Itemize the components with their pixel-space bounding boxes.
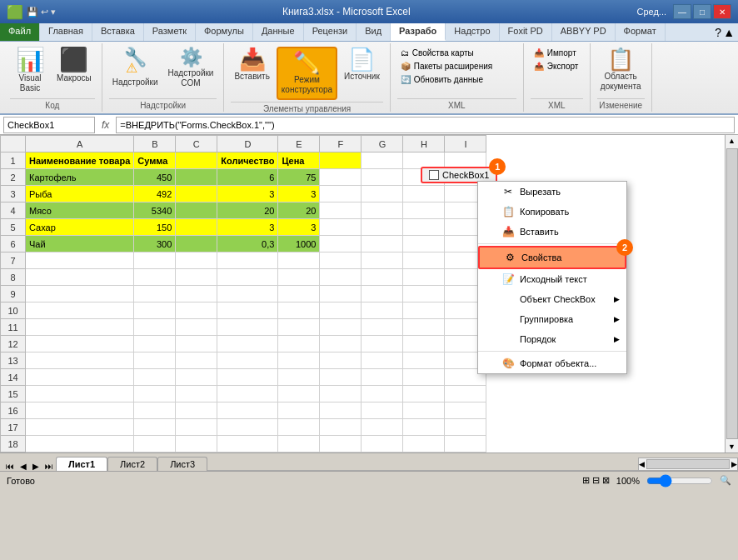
sheet-nav-last[interactable]: ⏭	[42, 462, 56, 471]
cell-g2[interactable]	[362, 169, 403, 186]
cell-g5[interactable]	[362, 219, 403, 236]
cell-d2[interactable]: 6	[217, 169, 278, 186]
tab-layout[interactable]: Разметк	[144, 23, 196, 41]
cell-c1[interactable]	[176, 152, 217, 169]
cell-f6[interactable]	[320, 236, 362, 252]
cell-a4[interactable]: Мясо	[26, 202, 134, 219]
cell-g6[interactable]	[362, 236, 403, 252]
cell-a2[interactable]: Картофель	[26, 169, 134, 186]
cell-b2[interactable]: 450	[134, 169, 176, 186]
visual-basic-button[interactable]: 📊 VisualBasic	[10, 47, 50, 95]
cell-g1[interactable]	[362, 152, 403, 169]
cell-g4[interactable]	[362, 202, 403, 219]
scroll-left-arrow[interactable]: ◀	[639, 460, 645, 468]
tab-home[interactable]: Главная	[40, 23, 92, 41]
sheet-tab-1[interactable]: Лист1	[56, 457, 107, 471]
cell-c3[interactable]	[176, 186, 217, 202]
addins-button[interactable]: 🔧 ⚠ Надстройки	[109, 47, 162, 89]
ctx-properties[interactable]: ⚙ Свойства 2	[478, 246, 626, 269]
cell-b3[interactable]: 492	[134, 186, 176, 202]
insert-button[interactable]: 📥 Вставить	[231, 47, 272, 83]
zoom-slider[interactable]	[646, 474, 713, 488]
tab-insert[interactable]: Вставка	[92, 23, 144, 41]
vertical-scrollbar[interactable]: ▲ ▼	[725, 135, 738, 452]
col-header-f[interactable]: F	[320, 136, 362, 152]
macros-button[interactable]: ⬛ Макросы	[53, 47, 95, 85]
formula-input[interactable]	[116, 117, 735, 133]
ctx-checkbox-object[interactable]: Объект CheckBox	[478, 289, 626, 309]
col-header-i[interactable]: I	[445, 136, 486, 152]
scroll-thumb[interactable]	[726, 148, 738, 439]
minimize-button[interactable]: —	[673, 4, 691, 19]
sheet-nav-buttons[interactable]: ⏮ ◀ ▶ ⏭	[0, 462, 56, 471]
cell-f4[interactable]	[320, 202, 362, 219]
col-header-e[interactable]: E	[278, 136, 320, 152]
ribbon-help-icon[interactable]: ?	[715, 26, 721, 39]
cell-c6[interactable]	[176, 236, 217, 252]
cell-e4[interactable]: 20	[278, 202, 320, 219]
scroll-down-arrow[interactable]: ▼	[726, 441, 737, 452]
cell-d6[interactable]: 0,3	[217, 236, 278, 252]
cell-b4[interactable]: 5340	[134, 202, 176, 219]
cell-a1[interactable]: Наименование товара	[26, 152, 134, 169]
h-scroll-thumb[interactable]	[646, 459, 730, 469]
col-header-g[interactable]: G	[362, 136, 403, 152]
cell-a7[interactable]	[26, 252, 134, 269]
tab-foxit[interactable]: Foxit PD	[500, 23, 552, 41]
cell-d5[interactable]: 3	[217, 219, 278, 236]
ctx-paste[interactable]: 📥 Вставить	[478, 222, 626, 242]
maximize-button[interactable]: □	[693, 4, 711, 19]
cell-d3[interactable]: 3	[217, 186, 278, 202]
refresh-data-button[interactable]: 🔄 Обновить данные	[397, 73, 486, 86]
name-box[interactable]	[3, 117, 95, 133]
cell-b5[interactable]: 150	[134, 219, 176, 236]
design-mode-button[interactable]: ✏️ Режимконструктора	[277, 47, 337, 100]
tab-formulas[interactable]: Формулы	[196, 23, 253, 41]
doc-area-button[interactable]: 📋 Областьдокумента	[597, 47, 645, 93]
cell-h5[interactable]	[403, 219, 445, 236]
ctx-cut[interactable]: ✂ Вырезать	[478, 182, 626, 202]
cell-a6[interactable]: Чай	[26, 236, 134, 252]
cell-h6[interactable]	[403, 236, 445, 252]
sheet-tab-3[interactable]: Лист3	[157, 457, 207, 471]
ctx-grouping[interactable]: Группировка	[478, 309, 626, 329]
export-button[interactable]: 📤 Экспорт	[531, 60, 582, 72]
ctx-order[interactable]: Порядок	[478, 329, 626, 349]
sheet-nav-prev[interactable]: ◀	[17, 462, 29, 471]
cell-h4[interactable]	[403, 202, 445, 219]
com-addins-button[interactable]: ⚙️ НадстройкиCOM	[165, 47, 217, 90]
cell-e6[interactable]: 1000	[278, 236, 320, 252]
col-header-a[interactable]: A	[26, 136, 134, 152]
ribbon-minimize-icon[interactable]: ▲	[723, 26, 735, 39]
cell-d1[interactable]: Количество	[217, 152, 278, 169]
tab-developer[interactable]: Разрабо	[391, 23, 446, 41]
cell-g3[interactable]	[362, 186, 403, 202]
cell-f2[interactable]	[320, 169, 362, 186]
cell-f5[interactable]	[320, 219, 362, 236]
cell-b6[interactable]: 300	[134, 236, 176, 252]
map-props-button[interactable]: 🗂 Свойства карты	[397, 47, 477, 59]
sheet-nav-first[interactable]: ⏮	[3, 462, 17, 471]
tab-review[interactable]: Рецензи	[304, 23, 357, 41]
cell-e1[interactable]: Цена	[278, 152, 320, 169]
scroll-right-arrow[interactable]: ▶	[731, 460, 737, 468]
ctx-source-text[interactable]: 📝 Исходный текст	[478, 269, 626, 289]
cell-b1[interactable]: Сумма	[134, 152, 176, 169]
ctx-copy[interactable]: 📋 Копировать	[478, 202, 626, 222]
source-button[interactable]: 📄 Источник	[341, 47, 383, 83]
import-button[interactable]: 📥 Импорт	[531, 47, 580, 59]
cell-a5[interactable]: Сахар	[26, 219, 134, 236]
ext-packs-button[interactable]: 📦 Пакеты расширения	[397, 60, 496, 72]
cell-d4[interactable]: 20	[217, 202, 278, 219]
col-header-d[interactable]: D	[217, 136, 278, 152]
cell-c4[interactable]	[176, 202, 217, 219]
cell-c2[interactable]	[176, 169, 217, 186]
col-header-h[interactable]: H	[403, 136, 445, 152]
cell-h3[interactable]	[403, 186, 445, 202]
col-header-c[interactable]: C	[176, 136, 217, 152]
ctx-format-object[interactable]: 🎨 Формат объекта...	[478, 353, 626, 373]
horizontal-scrollbar[interactable]: ◀ ▶	[638, 458, 738, 471]
cell-f3[interactable]	[320, 186, 362, 202]
tab-addins[interactable]: Надстро	[446, 23, 499, 41]
tab-data[interactable]: Данные	[253, 23, 304, 41]
